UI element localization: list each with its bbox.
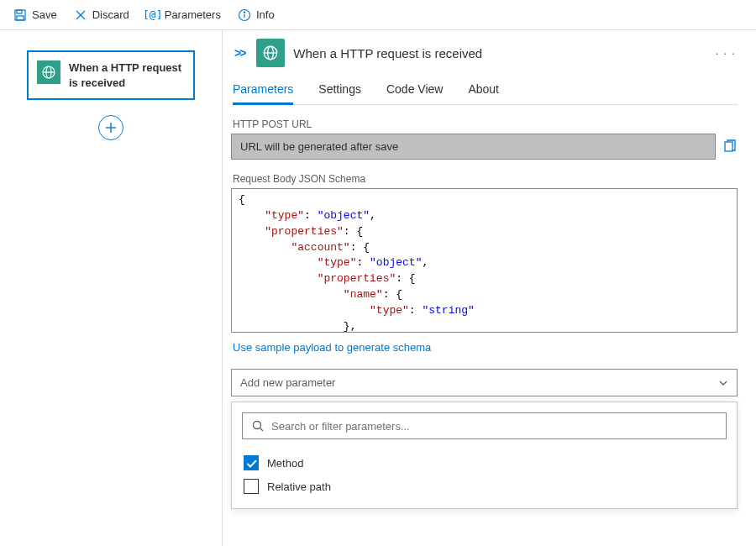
http-post-url-row: URL will be generated after save [231,134,738,160]
panel-header: >> When a HTTP request is received · · · [231,39,738,67]
search-icon [251,419,265,433]
checkbox-icon[interactable] [244,479,259,494]
tab-parameters[interactable]: Parameters [233,76,293,105]
http-trigger-icon [37,60,60,84]
command-bar: Save Discard [@] Parameters Info [0,0,756,30]
http-post-url-label: HTTP POST URL [233,118,738,130]
parameter-option[interactable]: Relative path [242,475,727,498]
checkbox-icon[interactable] [244,455,259,470]
http-trigger-icon [256,39,285,67]
tab-code-view[interactable]: Code View [386,76,443,104]
tab-about[interactable]: About [468,76,499,104]
save-label: Save [32,8,57,21]
svg-rect-2 [17,16,24,20]
panel-title: When a HTTP request is received [293,46,482,60]
parameters-button[interactable]: [@] Parameters [139,5,228,25]
info-icon [238,8,251,22]
sample-payload-link[interactable]: Use sample payload to generate schema [233,341,431,354]
parameter-option-label: Method [267,457,303,470]
add-parameter-popup: MethodRelative path [231,402,738,509]
discard-label: Discard [92,8,129,21]
trigger-card[interactable]: When a HTTP request is received [27,50,195,100]
trigger-card-title: When a HTTP request is received [69,60,185,90]
collapse-panel-button[interactable]: >> [234,46,244,60]
main-split: When a HTTP request is received >> When … [0,30,756,546]
close-icon [74,8,87,22]
add-parameter-placeholder: Add new parameter [240,376,335,389]
schema-label: Request Body JSON Schema [233,173,738,185]
save-button[interactable]: Save [7,5,64,25]
parameters-label: Parameters [165,8,221,21]
svg-point-17 [254,422,261,429]
info-button[interactable]: Info [231,5,281,25]
parameter-search-row [242,412,727,439]
chevron-down-icon [718,378,728,388]
schema-textarea[interactable]: { "type": "object", "properties": { "acc… [231,188,738,333]
panel-tabs: Parameters Settings Code View About [233,76,738,105]
http-post-url-value: URL will be generated after save [231,134,716,160]
svg-point-7 [244,12,244,13]
add-parameter-dropdown[interactable]: Add new parameter [231,369,738,396]
svg-line-18 [260,428,264,432]
tab-settings[interactable]: Settings [318,76,361,104]
parameters-icon: [@] [146,8,160,22]
info-label: Info [256,8,275,21]
panel-more-button[interactable]: · · · [716,46,738,60]
details-panel: >> When a HTTP request is received · · ·… [223,30,756,546]
parameter-search-input[interactable] [271,420,717,433]
save-icon [13,8,27,22]
designer-canvas: When a HTTP request is received [0,30,223,546]
copy-url-button[interactable] [722,139,738,155]
discard-button[interactable]: Discard [67,5,136,25]
svg-rect-16 [725,142,732,151]
add-step-button[interactable] [98,115,123,140]
svg-rect-1 [17,10,22,13]
parameter-option[interactable]: Method [242,451,727,475]
parameter-option-label: Relative path [267,480,331,493]
